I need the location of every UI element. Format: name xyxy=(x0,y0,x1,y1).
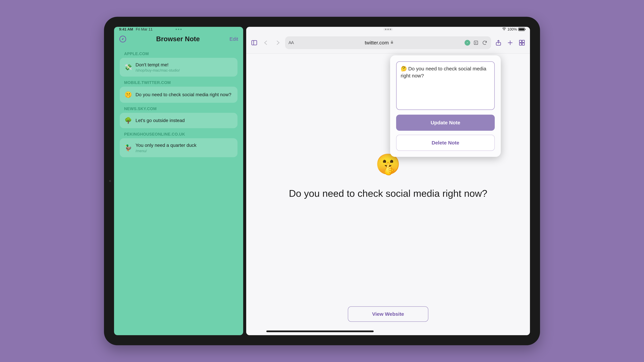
note-emoji-icon: 🦆 xyxy=(124,144,132,151)
note-emoji-icon: 🌳 xyxy=(124,117,132,124)
status-bar-left: 9:41 AM Fri Mar 11 xyxy=(114,27,243,32)
note-title: Don't tempt me! xyxy=(136,62,233,68)
forward-icon[interactable] xyxy=(273,38,282,47)
reader-mode-icon[interactable] xyxy=(473,40,479,46)
section-domain: NEWS.SKY.COM xyxy=(124,106,238,111)
svg-rect-9 xyxy=(520,40,522,42)
note-emoji-icon: 💸 xyxy=(124,63,132,71)
page-content: 🤫 Do you need to check social media righ… xyxy=(246,54,530,335)
note-popover: Update Note Delete Note xyxy=(390,55,501,157)
note-card[interactable]: 💸 Don't tempt me! /shop/buy-mac/mac-stud… xyxy=(120,58,238,77)
text-size-icon[interactable]: AA xyxy=(288,40,294,45)
safari-compass-icon[interactable] xyxy=(119,35,126,43)
section-domain: MOBILE.TWITTER.COM xyxy=(124,80,238,85)
sidebar-toggle-icon[interactable] xyxy=(250,38,258,47)
notes-list: APPLE.COM 💸 Don't tempt me! /shop/buy-ma… xyxy=(114,48,243,157)
ipad-screen: 9:41 AM Fri Mar 11 Browser Note Edit APP… xyxy=(114,27,530,335)
note-card[interactable]: 🦆 You only need a quarter duck /menu/ xyxy=(120,138,238,157)
edit-button[interactable]: Edit xyxy=(230,36,238,42)
wifi-icon xyxy=(502,27,506,32)
status-bar-right: 100% xyxy=(246,27,530,32)
page-message: Do you need to check social media right … xyxy=(289,188,487,199)
back-icon[interactable] xyxy=(262,38,270,47)
svg-rect-11 xyxy=(520,43,522,45)
delete-note-button[interactable]: Delete Note xyxy=(396,135,495,151)
multitask-dots-icon[interactable] xyxy=(384,28,393,31)
browser-note-app: 9:41 AM Fri Mar 11 Browser Note Edit APP… xyxy=(114,27,243,335)
svg-rect-4 xyxy=(391,42,393,43)
view-website-button[interactable]: View Website xyxy=(348,306,428,322)
url-text: twitter.com xyxy=(365,40,389,45)
address-bar[interactable]: AA twitter.com xyxy=(285,36,491,49)
status-date: Fri Mar 11 xyxy=(136,27,152,31)
battery-icon xyxy=(518,28,525,31)
note-title: Let's go outside instead xyxy=(136,117,233,123)
tabs-grid-icon[interactable] xyxy=(518,38,526,47)
note-path: /shop/buy-mac/mac-studio/ xyxy=(136,68,233,72)
note-textarea[interactable] xyxy=(396,61,495,110)
lock-icon xyxy=(390,40,394,45)
battery-percentage: 100% xyxy=(508,27,517,31)
multitask-dots-icon[interactable] xyxy=(176,29,182,30)
safari-app: 100% AA twitter.com xyxy=(246,27,530,335)
reload-icon[interactable] xyxy=(482,40,488,46)
svg-rect-12 xyxy=(522,43,524,45)
section-domain: PEKINGHOUSEONLINE.CO.UK xyxy=(124,132,238,137)
svg-point-1 xyxy=(504,30,504,30)
app-title: Browser Note xyxy=(126,35,230,43)
safari-toolbar: AA twitter.com xyxy=(246,32,530,54)
app-header: Browser Note Edit xyxy=(114,32,243,48)
home-indicator[interactable] xyxy=(266,331,374,332)
new-tab-icon[interactable] xyxy=(506,38,514,47)
note-card[interactable]: 🌳 Let's go outside instead xyxy=(120,113,238,128)
note-title: You only need a quarter duck xyxy=(136,142,233,148)
note-card[interactable]: 🤫 Do you need to check social media righ… xyxy=(120,87,238,103)
update-note-button[interactable]: Update Note xyxy=(396,115,495,131)
svg-rect-10 xyxy=(522,40,524,42)
extension-compass-icon[interactable] xyxy=(464,40,470,45)
note-emoji-icon: 🤫 xyxy=(124,91,132,98)
ipad-device-frame: 9:41 AM Fri Mar 11 Browser Note Edit APP… xyxy=(104,17,540,345)
note-path: /menu/ xyxy=(136,149,233,153)
svg-rect-2 xyxy=(252,40,257,45)
section-domain: APPLE.COM xyxy=(124,51,238,56)
status-time: 9:41 AM xyxy=(119,27,133,31)
share-icon[interactable] xyxy=(494,38,503,47)
ipad-camera xyxy=(109,180,111,182)
note-title: Do you need to check social media right … xyxy=(136,92,233,98)
